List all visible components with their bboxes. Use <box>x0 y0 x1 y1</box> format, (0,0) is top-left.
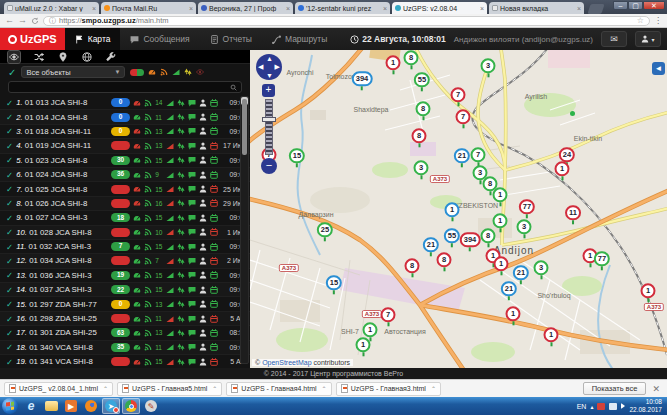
nav-item-маршруты[interactable]: Маршруты <box>262 28 337 50</box>
objects-filter-dropdown[interactable]: Все объекты ▼ <box>21 66 125 78</box>
pan-up-icon[interactable]: ▲ <box>266 55 273 62</box>
map-cluster-marker[interactable]: 8 <box>405 258 420 273</box>
sidebar-scrollbar[interactable] <box>240 96 249 364</box>
vehicle-check-icon[interactable]: ✓ <box>6 198 13 208</box>
browser-tab[interactable]: Новая вкладка× <box>489 2 584 14</box>
map-cluster-marker[interactable]: 1 <box>506 306 521 321</box>
zoom-slider-track[interactable] <box>265 99 273 155</box>
new-tab-button[interactable] <box>587 4 604 14</box>
vehicle-check-icon[interactable]: ✓ <box>6 227 13 237</box>
mail-button[interactable]: ✉ <box>601 31 627 47</box>
vehicle-row[interactable]: ✓8. 01 026 JCA SHI-81629 Июл <box>0 197 250 211</box>
url-input[interactable]: ⓘ https://smpo.uzgps.uz/main.htm ☆ <box>43 16 650 26</box>
nav-item-карта[interactable]: Карта <box>65 28 121 50</box>
vehicle-row[interactable]: ✓18. 01 340 VCA SHI-8351109:08 <box>0 341 250 355</box>
taskbar-mediaplayer-icon[interactable]: ▶ <box>62 398 80 414</box>
vehicle-check-icon[interactable]: ✓ <box>6 141 13 151</box>
vehicle-row[interactable]: ✓11. 01 032 JCA SHI-371509:07 <box>0 240 250 254</box>
map-cluster-marker[interactable]: 8 <box>416 101 431 116</box>
vehicle-row[interactable]: ✓19. 01 341 VCA SHI-8155 Авг <box>0 355 250 368</box>
vehicle-row[interactable]: ✓2. 01 014 JCA SHI-801109:07 <box>0 110 250 124</box>
download-item[interactable]: UzGPS - Главная4.html⌃ <box>226 382 331 396</box>
taskbar-firefox-icon[interactable] <box>82 398 100 414</box>
browser-tab[interactable]: '12-sentabr kuni prez× <box>295 2 390 14</box>
legend-state-pill-icon[interactable] <box>130 69 144 76</box>
map-cluster-marker[interactable]: 1 <box>363 322 378 337</box>
map-cluster-marker[interactable]: 1 <box>493 213 508 228</box>
start-button[interactable] <box>2 398 18 414</box>
pan-down-icon[interactable]: ▼ <box>266 72 273 79</box>
vehicle-row[interactable]: ✓14. 01 037 JCA SHI-3221509:08 <box>0 283 250 297</box>
vehicle-check-icon[interactable]: ✓ <box>6 126 13 136</box>
vehicle-check-icon[interactable]: ✓ <box>6 184 13 194</box>
language-indicator[interactable]: EN <box>577 403 587 410</box>
vehicle-check-icon[interactable]: ✓ <box>6 256 13 266</box>
speaker-icon[interactable] <box>621 403 625 409</box>
vehicle-row[interactable]: ✓16. 01 298 ZDA SHI-25115 Авг <box>0 312 250 326</box>
map-cluster-marker[interactable]: 1 <box>544 327 559 342</box>
vehicle-check-icon[interactable]: ✓ <box>6 170 13 180</box>
network-icon[interactable] <box>609 403 617 410</box>
map-cluster-marker[interactable]: 1 <box>641 283 656 298</box>
map-cluster-marker[interactable]: 1 <box>356 337 371 352</box>
search-box[interactable] <box>8 81 242 93</box>
browser-tab[interactable]: Почта Mail.Ru× <box>101 2 196 14</box>
scrollbar-thumb[interactable] <box>242 99 247 155</box>
browser-tab[interactable]: uMail.uz 2.0 : Xabar y× <box>4 2 99 14</box>
map-cluster-marker[interactable]: 7 <box>381 307 396 322</box>
vehicle-check-icon[interactable]: ✓ <box>6 299 13 309</box>
map-cluster-marker[interactable]: 3 <box>517 219 532 234</box>
vehicle-check-icon[interactable]: ✓ <box>6 270 13 280</box>
show-all-downloads-button[interactable]: Показать все <box>583 382 647 395</box>
vehicle-row[interactable]: ✓15. 01 297 ZDA SHI-7701309:08 <box>0 297 250 311</box>
map-cluster-marker[interactable]: 11 <box>565 205 581 220</box>
vehicle-check-icon[interactable]: ✓ <box>6 98 13 108</box>
wrench-icon[interactable] <box>106 52 116 62</box>
bookmark-star-icon[interactable]: ☆ <box>637 16 644 25</box>
refresh-icon[interactable] <box>31 17 39 25</box>
zoom-out-button[interactable]: − <box>261 158 277 174</box>
taskbar-clock[interactable]: 10:08 22.08.2017 <box>629 398 662 414</box>
map-cluster-marker[interactable]: 7 <box>456 109 471 124</box>
vehicle-check-icon[interactable]: ✓ <box>6 314 13 324</box>
tab-close-icon[interactable]: × <box>383 5 387 12</box>
map-cluster-marker[interactable]: 1 <box>386 55 401 70</box>
pan-right-icon[interactable]: ▶ <box>275 63 280 70</box>
location-pin-icon[interactable] <box>58 52 68 62</box>
vehicle-row[interactable]: ✓3. 01 018 JCA SHI-1101309:06 <box>0 125 250 139</box>
openstreetmap-link[interactable]: OpenStreetMap <box>262 359 311 366</box>
vehicle-row[interactable]: ✓5. 01 023 JCA SHI-8301509:08 <box>0 154 250 168</box>
map-cluster-marker[interactable]: 1 <box>555 161 570 176</box>
vehicle-row[interactable]: ✓13. 01 036 JCA SHI-3191509:07 <box>0 269 250 283</box>
map-cluster-marker[interactable]: 1 <box>445 202 460 217</box>
window-close-button[interactable]: ✕ <box>643 1 665 10</box>
uzgps-logo[interactable]: UzGPS <box>0 28 65 50</box>
download-item[interactable]: UzGPS_ v2.08.04_1.html⌃ <box>4 382 113 396</box>
pan-left-icon[interactable]: ◀ <box>258 63 263 70</box>
vehicle-row[interactable]: ✓12. 01 034 JCA SHI-872 Июн <box>0 254 250 268</box>
nav-item-сообщения[interactable]: Сообщения <box>120 28 199 50</box>
vehicle-row[interactable]: ✓9. 01 027 JCA SHI-3181509:08 <box>0 211 250 225</box>
map-canvas[interactable]: ▲ ▼ ◀ ▶ + − ◄ AyronchiTolmozorShaxidtepa… <box>250 50 667 368</box>
map-pan-control[interactable]: ▲ ▼ ◀ ▶ <box>256 54 282 80</box>
download-item[interactable]: UzGPS - Главная3.html⌃ <box>336 382 441 396</box>
visibility-eye-icon[interactable] <box>8 51 20 63</box>
download-options-chevron[interactable]: ⌃ <box>212 385 217 392</box>
vehicle-row[interactable]: ✓17. 01 301 ZDA SHI-25631308:56 <box>0 326 250 340</box>
back-icon[interactable]: ← <box>5 16 14 25</box>
browser-tab[interactable]: UzGPS: v2.08.04× <box>392 2 487 14</box>
vehicle-check-icon[interactable]: ✓ <box>6 213 13 223</box>
map-cluster-marker[interactable]: 7 <box>471 147 486 162</box>
tab-close-icon[interactable]: × <box>92 5 96 12</box>
tab-close-icon[interactable]: × <box>480 5 484 12</box>
search-input[interactable] <box>13 83 230 92</box>
map-cluster-marker[interactable]: 394 <box>460 232 481 247</box>
vehicle-check-icon[interactable]: ✓ <box>6 112 13 122</box>
tab-close-icon[interactable]: × <box>577 5 581 12</box>
map-cluster-marker[interactable]: 8 <box>412 128 427 143</box>
vehicle-row[interactable]: ✓6. 01 024 JCA SHI-836909:08 <box>0 168 250 182</box>
download-options-chevron[interactable]: ⌃ <box>431 385 436 392</box>
vehicle-check-icon[interactable]: ✓ <box>6 357 13 367</box>
vehicle-row[interactable]: ✓7. 01 025 JCA SHI-81525 Июн <box>0 182 250 196</box>
vehicle-check-icon[interactable]: ✓ <box>6 328 13 338</box>
